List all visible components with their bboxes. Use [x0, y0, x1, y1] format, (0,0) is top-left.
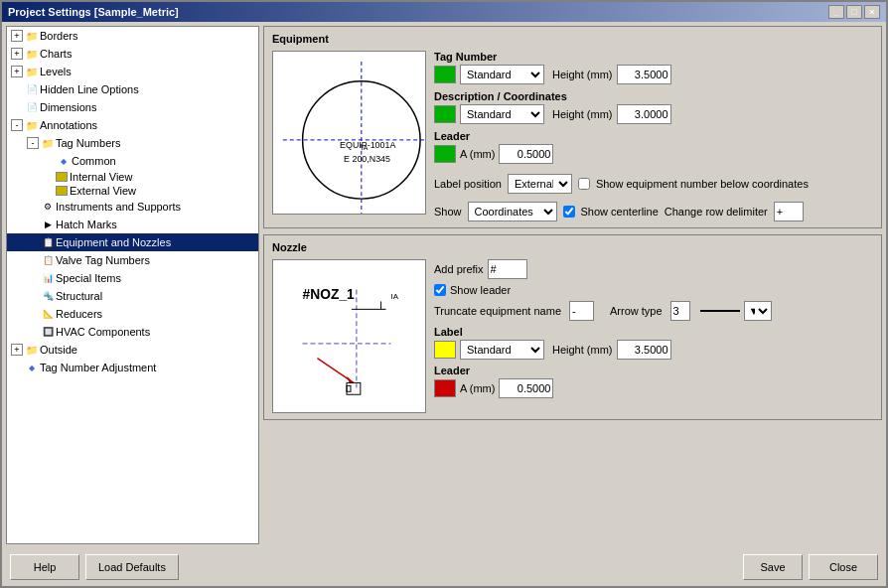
- delimiter-input[interactable]: [774, 202, 804, 221]
- leader-color[interactable]: [434, 145, 456, 163]
- leader-label: Leader: [434, 130, 873, 142]
- load-defaults-button[interactable]: Load Defaults: [85, 554, 179, 580]
- tree-item-special-items[interactable]: 📊 Special Items: [7, 269, 258, 287]
- svg-text:E 200,N345: E 200,N345: [344, 154, 390, 164]
- tag-number-height-input[interactable]: [617, 65, 671, 84]
- tree-item-borders[interactable]: + 📁 Borders: [7, 27, 258, 45]
- gear-icon: ⚙: [40, 199, 56, 215]
- description-label: Description / Coordinates: [434, 90, 873, 102]
- show-dropdown[interactable]: Coordinates: [468, 202, 557, 221]
- label-position-label: Label position: [434, 178, 502, 190]
- svg-text:#NOZ_1: #NOZ_1: [303, 286, 355, 302]
- expand-charts[interactable]: +: [11, 48, 23, 60]
- square-icon: [56, 172, 68, 182]
- show-centerline-label: Show centerline: [581, 206, 659, 218]
- svg-rect-15: [347, 385, 351, 391]
- leader-group: Leader A (mm): [434, 130, 873, 164]
- folder-icon: 📁: [24, 28, 40, 44]
- tag-number-height-label: Height (mm): [552, 69, 613, 80]
- description-height-label: Height (mm): [552, 108, 613, 120]
- structural-icon: 🔩: [40, 288, 56, 304]
- expand-outside[interactable]: +: [11, 344, 23, 356]
- tag-number-color[interactable]: [434, 66, 456, 83]
- tree-item-internal-view[interactable]: Internal View: [7, 170, 258, 184]
- show-below-checkbox[interactable]: [578, 178, 590, 190]
- arrow-icon: ▶: [40, 217, 56, 232]
- show-label: Show: [434, 206, 462, 218]
- tag-number-group: Tag Number Standard Height (mm): [434, 51, 873, 84]
- add-prefix-row: Add prefix: [434, 259, 873, 279]
- tree-item-hidden-line[interactable]: 📄 Hidden Line Options: [7, 80, 258, 98]
- diamond-icon: ◆: [56, 153, 72, 169]
- tree-item-structural[interactable]: 🔩 Structural: [7, 287, 258, 305]
- close-button[interactable]: Close: [809, 554, 878, 580]
- show-below-label: Show equipment number below coordinates: [596, 178, 809, 190]
- tree-item-hatch-marks[interactable]: ▶ Hatch Marks: [7, 216, 258, 233]
- nozzle-leader-label: Leader: [434, 365, 873, 376]
- nozzle-leader-group: Leader A (mm): [434, 365, 873, 398]
- tag-number-label: Tag Number: [434, 51, 873, 63]
- description-group: Description / Coordinates Standard Heigh…: [434, 90, 873, 124]
- nozzle-leader-color[interactable]: [434, 379, 456, 397]
- close-button[interactable]: ×: [864, 5, 880, 19]
- svg-text:IA: IA: [362, 144, 369, 151]
- save-button[interactable]: Save: [743, 554, 803, 580]
- add-prefix-input[interactable]: [488, 259, 527, 279]
- show-leader-row: Show leader: [434, 284, 873, 296]
- nozzle-label-style-dropdown[interactable]: Standard: [460, 340, 544, 360]
- tag-number-style-dropdown[interactable]: Standard: [460, 65, 544, 84]
- tree-item-annotations[interactable]: - 📁 Annotations: [7, 116, 258, 134]
- nozzle-title: Nozzle: [272, 241, 873, 253]
- tree-item-equipment-nozzles[interactable]: 📋 Equipment and Nozzles: [7, 233, 258, 251]
- expand-borders[interactable]: +: [11, 30, 23, 42]
- item-icon: 📋: [40, 234, 56, 250]
- folder-icon: 📁: [24, 64, 40, 79]
- arrow-style-dropdown[interactable]: ▼: [744, 301, 772, 321]
- nozzle-leader-a-input[interactable]: [499, 378, 553, 398]
- expand-annotations[interactable]: -: [11, 119, 23, 131]
- tree-item-external-view[interactable]: External View: [7, 184, 258, 198]
- change-delimiter-label: Change row delimiter: [665, 206, 768, 218]
- doc-icon: 📄: [24, 99, 40, 115]
- tree-item-dimensions[interactable]: 📄 Dimensions: [7, 98, 258, 116]
- diamond-icon: ◆: [24, 360, 40, 375]
- nozzle-label-title: Label: [434, 326, 873, 338]
- nozzle-preview: #NOZ_1 IA: [272, 259, 426, 413]
- description-height-input[interactable]: [617, 104, 671, 124]
- truncate-label: Truncate equipment name: [434, 305, 561, 317]
- tree-item-instruments[interactable]: ⚙ Instruments and Supports: [7, 198, 258, 216]
- tree-item-hvac[interactable]: 🔲 HVAC Components: [7, 323, 258, 341]
- tree-item-reducers[interactable]: 📐 Reducers: [7, 305, 258, 323]
- equipment-preview: EQUIP-1001A IA E 200,N345: [272, 51, 426, 215]
- nozzle-label-height-input[interactable]: [617, 340, 671, 360]
- equipment-title: Equipment: [272, 33, 873, 45]
- tree-item-tag-numbers[interactable]: - 📁 Tag Numbers: [7, 134, 258, 152]
- tree-item-outside[interactable]: + 📁 Outside: [7, 341, 258, 359]
- maximize-button[interactable]: □: [846, 5, 862, 19]
- truncate-input[interactable]: [569, 301, 594, 321]
- description-style-dropdown[interactable]: Standard: [460, 104, 544, 124]
- tree-item-valve-tag[interactable]: 📋 Valve Tag Numbers: [7, 251, 258, 269]
- label-position-dropdown[interactable]: External: [508, 174, 572, 194]
- equipment-section: Equipment EQUIP-1001A I: [263, 26, 882, 228]
- show-centerline-checkbox[interactable]: [563, 206, 575, 218]
- right-panel: Equipment EQUIP-1001A I: [263, 26, 882, 544]
- arrow-type-input[interactable]: [670, 301, 690, 321]
- minimize-button[interactable]: _: [828, 5, 844, 19]
- description-color[interactable]: [434, 105, 456, 123]
- tree-item-levels[interactable]: + 📁 Levels: [7, 63, 258, 80]
- tree-item-charts[interactable]: + 📁 Charts: [7, 45, 258, 63]
- show-row: Show Coordinates Show centerline Change …: [434, 202, 873, 221]
- tree-item-common[interactable]: ◆ Common: [7, 152, 258, 170]
- help-button[interactable]: Help: [10, 554, 79, 580]
- folder-icon: 📁: [24, 46, 40, 62]
- expand-tag-numbers[interactable]: -: [27, 137, 39, 149]
- square-icon: [56, 186, 68, 196]
- nozzle-label-height-label: Height (mm): [552, 344, 613, 356]
- show-leader-checkbox[interactable]: [434, 284, 446, 296]
- nozzle-label-color[interactable]: [434, 341, 456, 359]
- footer: Help Load Defaults Save Close: [2, 548, 886, 586]
- expand-levels[interactable]: +: [11, 66, 23, 77]
- leader-a-input[interactable]: [499, 144, 553, 164]
- tree-item-tag-adjustment[interactable]: ◆ Tag Number Adjustment: [7, 359, 258, 376]
